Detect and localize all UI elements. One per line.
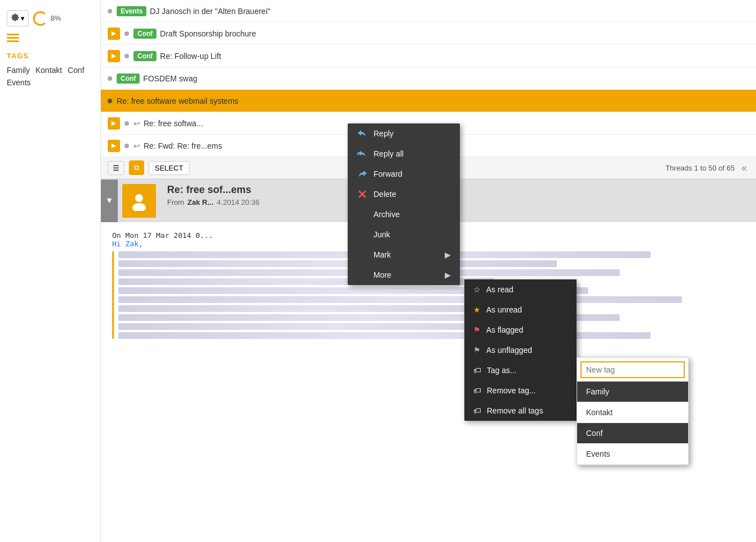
from-name: Zak R... <box>187 198 213 206</box>
svg-marker-0 <box>112 31 116 35</box>
email-subject: Re: Follow-up Lift <box>160 52 221 61</box>
reply-indicator: ↩ <box>133 141 140 150</box>
hamburger-line-2 <box>7 37 19 39</box>
menu-item-mark[interactable]: Mark ▶ <box>348 245 460 265</box>
table-row[interactable]: Conf FOSDEM swag <box>101 67 756 90</box>
table-row[interactable]: Conf Draft Sponsorship brochure <box>101 22 756 45</box>
menu-item-junk-label: Junk <box>374 230 390 239</box>
menu-item-reply-label: Reply <box>374 129 394 138</box>
menu-item-reply-all[interactable]: Reply all <box>348 144 460 164</box>
email-subject: Re: Fwd: Re: fre...ems <box>144 141 222 150</box>
sidebar-tag-kontakt[interactable]: Kontakt <box>35 66 62 75</box>
blurred-line <box>118 323 557 330</box>
menu-item-forward-label: Forward <box>374 169 402 178</box>
select-button[interactable]: SELECT <box>149 161 190 175</box>
reply-all-icon <box>357 149 368 158</box>
svg-marker-1 <box>112 53 116 58</box>
forward-icon <box>357 169 368 178</box>
blurred-line <box>118 260 557 267</box>
thread-view-button[interactable]: ⧉ <box>129 160 144 175</box>
reply-icon <box>357 129 368 138</box>
tags-list: Family Kontakt Conf Events <box>7 66 94 87</box>
tags-section: TAGS Family Kontakt Conf Events <box>0 45 100 90</box>
tag-badge-conf: Conf <box>133 51 156 61</box>
unread-bullet <box>125 54 129 58</box>
sidebar-tag-conf[interactable]: Conf <box>68 66 85 75</box>
pagination-nav: « <box>739 162 749 174</box>
from-label: From <box>167 198 184 206</box>
menu-item-archive-label: Archive <box>374 210 400 219</box>
hamburger-menu[interactable] <box>0 31 100 45</box>
table-row[interactable]: Events DJ Janosch in der "Alten Brauerei… <box>101 0 756 22</box>
menu-item-junk[interactable]: Junk <box>348 224 460 245</box>
menu-item-reply[interactable]: Reply <box>348 123 460 144</box>
progress-indicator: 8% <box>33 11 61 26</box>
expand-arrow-button[interactable] <box>108 140 120 152</box>
gear-icon <box>11 13 20 24</box>
blurred-line <box>118 287 588 294</box>
progress-circle-icon <box>33 11 48 26</box>
menu-item-archive[interactable]: Archive <box>348 204 460 224</box>
email-subject: Re: free software webmail systems <box>117 97 238 105</box>
unread-bullet <box>125 121 129 126</box>
svg-point-6 <box>132 203 146 211</box>
menu-item-more-label: More <box>374 270 391 279</box>
context-menu: Reply Reply all Forward <box>348 123 460 285</box>
more-icon <box>357 270 368 279</box>
svg-marker-4 <box>107 199 112 203</box>
submenu-arrow: ▶ <box>445 250 451 259</box>
select-label: SELECT <box>155 164 183 172</box>
unread-bullet <box>125 144 129 148</box>
pagination-info: Threads 1 to 50 of 65 <box>665 164 735 172</box>
expand-arrow-button[interactable] <box>108 27 120 40</box>
unread-bullet <box>125 31 129 36</box>
collapse-button[interactable] <box>101 180 118 222</box>
archive-icon <box>357 210 368 219</box>
gear-button[interactable]: ▾ <box>7 10 29 26</box>
prev-page-button[interactable]: « <box>739 162 749 174</box>
menu-item-forward[interactable]: Forward <box>348 164 460 184</box>
list-icon: ☰ <box>113 164 119 172</box>
svg-marker-3 <box>112 143 116 148</box>
blurred-line <box>118 314 620 321</box>
tag-badge-events: Events <box>117 6 146 16</box>
email-date: 4.2014 20:36 <box>217 198 260 206</box>
unread-bullet <box>108 76 112 81</box>
blurred-line <box>118 296 682 303</box>
svg-marker-2 <box>112 121 116 125</box>
thread-icon: ⧉ <box>134 163 139 172</box>
email-subject: FOSDEM swag <box>143 74 197 83</box>
junk-icon <box>357 230 368 239</box>
menu-item-delete[interactable]: Delete <box>348 184 460 204</box>
progress-text: 8% <box>50 14 61 22</box>
table-row[interactable]: Re: free software webmail systems <box>101 90 756 112</box>
menu-item-reply-all-label: Reply all <box>374 149 404 158</box>
tag-badge-conf: Conf <box>117 74 140 84</box>
gear-dropdown-arrow: ▾ <box>21 14 25 22</box>
blurred-line <box>118 305 525 312</box>
sidebar: ▾ 8% TAGS Family Kontakt Conf Events <box>0 0 101 542</box>
svg-point-5 <box>135 194 143 202</box>
hamburger-line-1 <box>7 34 19 35</box>
avatar <box>122 184 156 218</box>
menu-item-mark-label: Mark <box>374 250 391 259</box>
tags-label: TAGS <box>7 52 94 60</box>
blurred-line <box>118 332 651 339</box>
email-subject: Draft Sponsorship brochure <box>160 29 256 38</box>
expand-arrow-button[interactable] <box>108 117 120 130</box>
menu-item-more[interactable]: More ▶ <box>348 265 460 285</box>
menu-item-delete-label: Delete <box>374 190 396 199</box>
mark-icon <box>357 250 368 259</box>
tag-badge-conf: Conf <box>133 29 156 39</box>
expand-arrow-button[interactable] <box>108 50 120 62</box>
list-view-button[interactable]: ☰ <box>108 161 125 175</box>
email-subject: Re: free softwa... <box>144 119 203 128</box>
sidebar-tag-events[interactable]: Events <box>7 78 31 87</box>
email-subject: DJ Janosch in der "Alten Brauerei" <box>150 7 270 16</box>
delete-icon <box>357 190 368 199</box>
unread-bullet <box>108 99 112 103</box>
sidebar-tag-family[interactable]: Family <box>7 66 30 75</box>
table-row[interactable]: Conf Re: Follow-up Lift <box>101 45 756 67</box>
reply-indicator: ↩ <box>133 119 140 128</box>
submenu-arrow: ▶ <box>445 270 451 279</box>
